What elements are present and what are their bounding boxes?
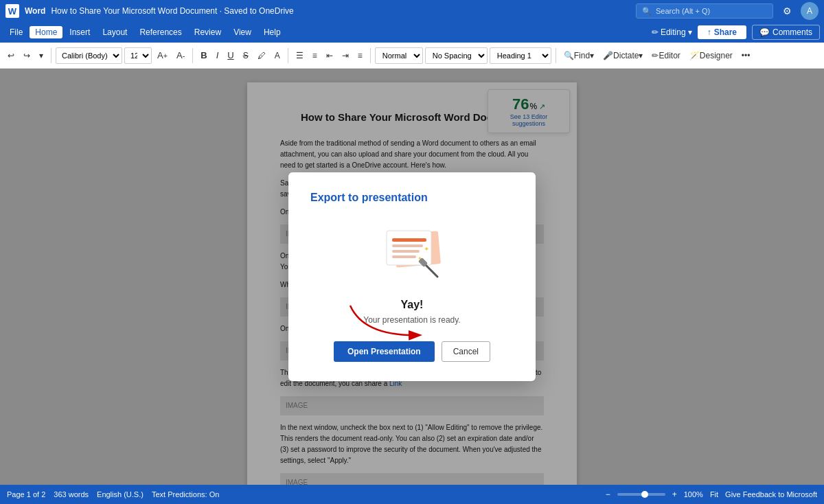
svg-rect-9: [392, 255, 416, 258]
svg-rect-6: [392, 238, 426, 242]
zoom-in-button[interactable]: +: [672, 490, 677, 499]
highlight-button[interactable]: 🖊: [254, 49, 269, 62]
dictate-button[interactable]: 🎤 Dictate ▾: [599, 49, 646, 62]
modal-overlay: Export to presentation: [0, 69, 824, 485]
indent-button[interactable]: ⇥: [339, 49, 352, 62]
page-info: Page 1 of 2: [7, 490, 45, 499]
find-button[interactable]: 🔍 Find ▾: [560, 49, 597, 62]
comments-button[interactable]: 💬 Comments: [752, 25, 820, 40]
modal-icon-area: ✦ ✦: [310, 220, 514, 282]
outdent-button[interactable]: ⇤: [323, 49, 336, 62]
italic-button[interactable]: I: [213, 48, 222, 62]
svg-text:✦: ✦: [424, 245, 429, 253]
document-title: How to Share Your Microsoft Word Documen…: [51, 6, 630, 16]
word-logo: W: [5, 4, 19, 18]
feedback-label: Give Feedback to Microsoft: [725, 490, 817, 499]
zoom-level: 100%: [684, 490, 703, 499]
svg-rect-7: [392, 244, 423, 247]
style-spacing-select[interactable]: No Spacing: [425, 47, 488, 64]
heading-select[interactable]: Heading 1: [490, 47, 551, 64]
language-label: English (U.S.): [97, 490, 144, 499]
separator-5: [556, 48, 556, 63]
status-right: − + 100% Fit Give Feedback to Microsoft: [606, 490, 817, 499]
font-name-select[interactable]: Calibri (Body): [56, 47, 122, 64]
menu-references[interactable]: References: [134, 26, 187, 38]
modal-yay-text: Yay!: [310, 299, 514, 311]
quick-access-more[interactable]: ▾: [36, 49, 47, 62]
settings-icon[interactable]: ⚙: [779, 3, 795, 19]
menu-right: ✏ Editing ▾ ↑ Share 💬 Comments: [652, 25, 820, 40]
pencil-icon: ✏: [652, 27, 659, 37]
decrease-font-button[interactable]: A-: [173, 48, 188, 62]
align-button[interactable]: ≡: [354, 49, 366, 62]
export-modal: Export to presentation: [288, 172, 536, 381]
document-area: How to Share Your Microsoft Word Documen…: [0, 69, 824, 485]
title-bar-right: ⚙ A: [779, 2, 819, 20]
modal-title: Export to presentation: [310, 192, 514, 204]
undo-button[interactable]: ↩: [4, 49, 18, 62]
comments-label: Comments: [772, 27, 812, 37]
separator-4: [370, 48, 371, 63]
search-icon: 🔍: [642, 7, 652, 16]
status-bar: Page 1 of 2 363 words English (U.S.) Tex…: [0, 485, 824, 504]
font-color-button[interactable]: A: [271, 49, 284, 62]
text-predictions-label: Text Predictions: On: [152, 490, 219, 499]
zoom-thumb: [641, 491, 648, 498]
underline-button[interactable]: U: [224, 48, 237, 62]
number-list-button[interactable]: ≡: [309, 49, 321, 62]
modal-subtitle: Your presentation is ready.: [310, 315, 514, 325]
zoom-out-button[interactable]: −: [606, 490, 610, 499]
style-normal-select[interactable]: Normal: [375, 47, 423, 64]
share-button[interactable]: ↑ Share: [698, 25, 746, 39]
increase-font-button[interactable]: A+: [154, 48, 171, 62]
open-presentation-button[interactable]: Open Presentation: [334, 341, 435, 362]
app-name: Word: [25, 6, 45, 16]
comment-icon: 💬: [759, 27, 770, 37]
share-label: Share: [714, 27, 737, 37]
presentation-illustration: ✦ ✦: [374, 220, 450, 282]
word-count: 363 words: [54, 490, 89, 499]
menu-file[interactable]: File: [4, 26, 28, 38]
designer-button[interactable]: 🪄 Designer: [686, 49, 736, 62]
share-icon: ↑: [707, 27, 711, 37]
zoom-track: [617, 493, 665, 496]
menu-view[interactable]: View: [228, 26, 257, 38]
cancel-button[interactable]: Cancel: [442, 341, 490, 362]
search-placeholder: Search (Alt + Q): [656, 7, 710, 15]
modal-actions: Open Presentation Cancel: [310, 341, 514, 362]
menu-help[interactable]: Help: [258, 26, 286, 38]
menu-review[interactable]: Review: [189, 26, 227, 38]
separator-1: [51, 48, 52, 63]
separator-3: [288, 48, 288, 63]
fit-label: Fit: [710, 490, 718, 499]
menu-home[interactable]: Home: [30, 26, 62, 38]
editing-label: Editing: [661, 27, 686, 37]
title-bar: W Word How to Share Your Microsoft Word …: [0, 0, 824, 22]
bold-button[interactable]: B: [197, 48, 210, 62]
menu-insert[interactable]: Insert: [64, 26, 95, 38]
separator-2: [192, 48, 193, 63]
editor-button[interactable]: ✏ Editor: [648, 49, 683, 62]
more-toolbar-button[interactable]: •••: [738, 49, 754, 62]
bullet-list-button[interactable]: ☰: [293, 49, 307, 62]
strikethrough-button[interactable]: S: [240, 49, 252, 62]
menu-layout[interactable]: Layout: [97, 26, 133, 38]
editing-button[interactable]: ✏ Editing ▾: [652, 27, 692, 37]
avatar[interactable]: A: [801, 2, 819, 20]
redo-button[interactable]: ↪: [20, 49, 34, 62]
toolbar: ↩ ↪ ▾ Calibri (Body) 12 A+ A- B I U S 🖊 …: [0, 43, 824, 69]
search-box[interactable]: 🔍 Search (Alt + Q): [636, 3, 773, 19]
chevron-down-icon: ▾: [688, 27, 692, 37]
menu-bar: File Home Insert Layout References Revie…: [0, 22, 824, 43]
svg-rect-8: [392, 250, 420, 253]
font-size-select[interactable]: 12: [124, 47, 152, 64]
